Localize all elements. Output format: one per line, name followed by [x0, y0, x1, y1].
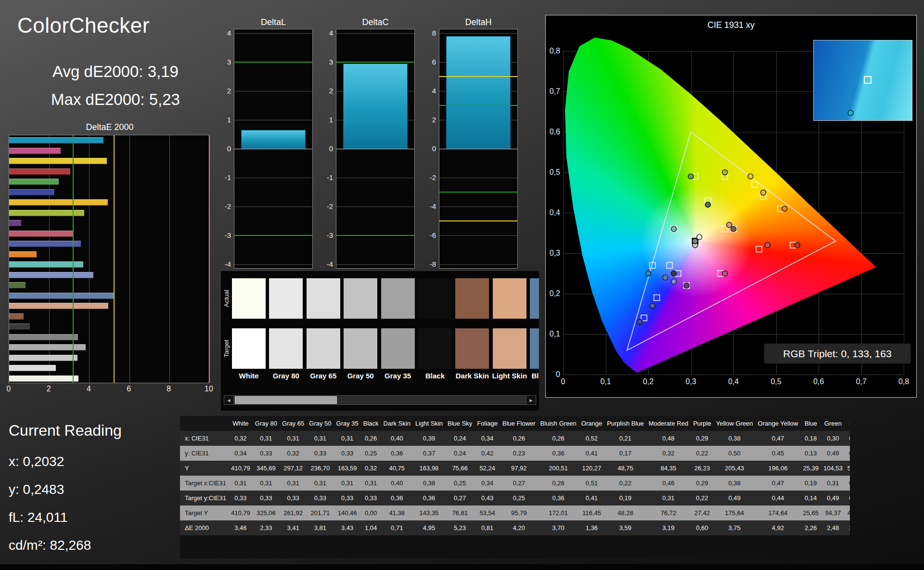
table-cell: 1,36	[579, 520, 604, 535]
grid-line	[439, 178, 517, 178]
actual-row-label: Actual	[222, 278, 231, 319]
table-cell: 0,29	[691, 476, 714, 491]
guide-line	[439, 192, 517, 193]
table-cell: 76,81	[445, 505, 475, 520]
y-tick-label: 3	[215, 58, 231, 66]
table-cell: 174,64	[756, 505, 801, 520]
column-header-light-skin: Light Skin	[413, 416, 445, 431]
swatch-target-gray-65	[307, 328, 340, 369]
swatch-label: Dark Skin	[453, 372, 491, 380]
x-tick-label: 0	[7, 385, 11, 393]
table-cell: 0,38	[714, 476, 756, 491]
scrollbar-left-arrow-icon[interactable]: ◄	[224, 396, 234, 404]
table-cell: 0,40	[381, 431, 413, 446]
table-cell: 205,43	[714, 461, 756, 476]
target-point-moderate-red	[756, 246, 762, 252]
delta-c-chart: DeltaC 43210-1-2-3-4	[319, 17, 416, 29]
column-header-white: White	[229, 416, 253, 431]
grid-line	[439, 264, 517, 265]
table-cell: 0,31	[307, 431, 334, 446]
y-tick-label: 2	[215, 87, 231, 95]
table-cell: 410,79	[229, 461, 253, 476]
column-header-dark-skin: Dark Skin	[381, 416, 413, 431]
target-point-blue	[641, 315, 647, 321]
table-cell: 4,92	[756, 520, 801, 535]
de-bar-light-skin	[9, 303, 108, 309]
swatch-scrollbar[interactable]: ◄ ►	[224, 395, 536, 405]
guide-line	[234, 62, 312, 63]
current-reading-y: y: 0,2483	[9, 482, 172, 497]
y-tick-label: 2	[317, 87, 333, 95]
table-cell: 172,01	[538, 505, 579, 520]
target-point-light-skin	[722, 226, 728, 232]
y-tick-label: 3	[317, 58, 333, 66]
row-label: Target x:CIE31	[180, 476, 229, 491]
cie-1931-panel: 000,10,10,20,20,30,30,40,40,50,50,60,60,…	[545, 15, 917, 398]
table-cell: 52,24	[475, 461, 500, 476]
column-header-bluish-green: Bluish Green	[538, 416, 579, 431]
de-bar-blue-sky	[9, 293, 114, 299]
measured-point-yellow	[748, 174, 753, 179]
table-cell: 0,38	[714, 431, 756, 446]
y-tick-label: -2	[317, 202, 333, 210]
table-cell: 0,17	[604, 446, 646, 461]
page-title: ColorChecker	[17, 13, 150, 38]
table-cell: 0,29	[691, 431, 714, 446]
table-cell: 0,32	[845, 446, 850, 461]
swatch-actual-gray-65	[307, 278, 340, 319]
scrollbar-thumb[interactable]	[235, 396, 337, 404]
table-cell: 25,65	[800, 505, 821, 520]
x-tick-label: 6	[127, 385, 131, 393]
table-cell: 47,91	[845, 505, 850, 520]
swatch-target-gray-35	[381, 328, 415, 369]
column-header-orange: Orange	[579, 416, 604, 431]
table-cell: 54,06	[845, 461, 850, 476]
scrollbar-track[interactable]	[234, 396, 526, 404]
scrollbar-right-arrow-icon[interactable]: ►	[526, 396, 536, 404]
table-cell: 76,72	[646, 505, 691, 520]
grid-line	[439, 33, 517, 34]
table-cell: 0,47	[756, 431, 801, 446]
current-reading-block: Current Reading x: 0,2032 y: 0,2483 fL: …	[9, 422, 172, 566]
table-cell: 143,35	[413, 505, 445, 520]
swatch-actual-blue-sky	[530, 278, 539, 319]
table-cell: 94,37	[821, 505, 845, 520]
table-cell: 0,42	[475, 446, 500, 461]
delta-h-plot-area: 86420-2-4-6-8	[439, 29, 518, 269]
color-swatch-strip: Actual Target WhiteGray 80Gray 65Gray 50…	[221, 271, 539, 411]
swatch-target-white	[232, 328, 266, 369]
table-cell: 75,66	[445, 461, 475, 476]
row-label: Y	[180, 461, 229, 476]
grid-line	[169, 135, 170, 383]
grid-line	[336, 207, 414, 207]
swatch-label: Gray 80	[267, 372, 305, 380]
delta-bar	[343, 64, 408, 149]
table-cell: 0,41	[579, 446, 604, 461]
table-cell: 236,70	[307, 461, 334, 476]
swatch-actual-gray-80	[269, 278, 303, 319]
row-label: y: CIE31	[180, 446, 229, 461]
row-label: Target y:CIE31	[180, 491, 229, 505]
table-row-y: Y410,79345,69297,12236,70163,590,3240,75…	[180, 461, 850, 476]
de-bar-black	[9, 324, 30, 330]
table-cell: 163,98	[413, 461, 445, 476]
grid-line	[336, 178, 414, 178]
table-cell: 3,70	[538, 520, 579, 535]
table-cell: 0,31	[334, 476, 361, 491]
table-cell: 0,33	[253, 446, 280, 461]
table-cell: 0,34	[475, 431, 500, 446]
column-header-black: Black	[361, 416, 381, 431]
swatch-target-blue-sky	[530, 328, 539, 369]
delta-l-chart: DeltaL 43210-1-2-3-4	[217, 17, 314, 29]
delta-bar	[241, 130, 306, 149]
swatch-actual-black	[418, 278, 452, 319]
table-cell: 0,33	[280, 491, 307, 505]
swatch-actual-gray-50	[344, 278, 377, 319]
table-cell: 0,33	[229, 491, 253, 505]
swatch-target-black	[418, 328, 452, 369]
table-cell: 0,32	[361, 461, 381, 476]
delta-e-2000-chart: DeltaE 2000 0246810	[9, 122, 211, 395]
table-cell: 0,22	[691, 446, 714, 461]
de-bar-orange-yellow	[9, 199, 108, 206]
guide-line	[234, 235, 312, 236]
